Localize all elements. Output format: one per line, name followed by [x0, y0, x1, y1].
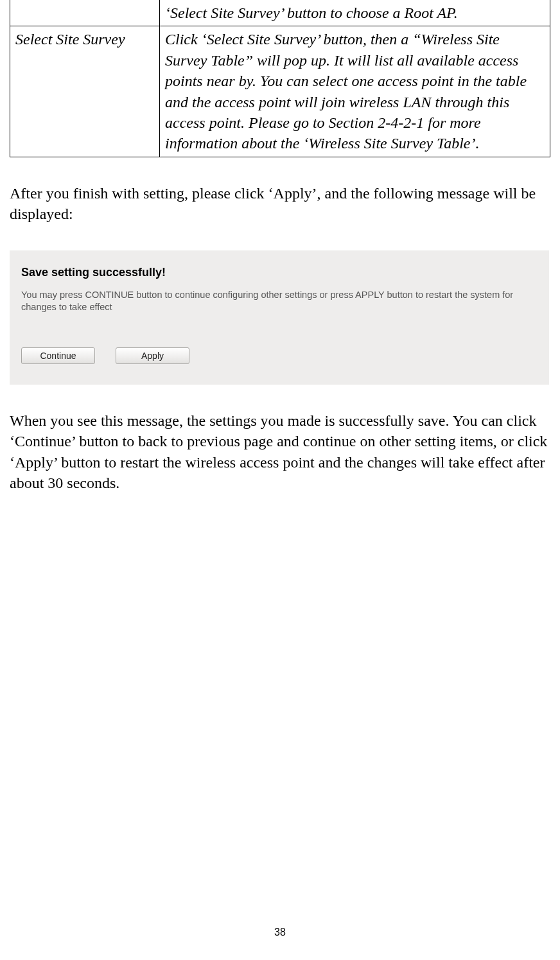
- table-row: ‘Select Site Survey’ button to choose a …: [10, 0, 550, 26]
- apply-button[interactable]: Apply: [116, 347, 189, 364]
- dialog-button-row: Continue Apply: [21, 347, 538, 364]
- body-paragraph: When you see this message, the settings …: [10, 410, 550, 494]
- table-cell-desc: ‘Select Site Survey’ button to choose a …: [160, 0, 550, 26]
- continue-button[interactable]: Continue: [21, 347, 95, 364]
- table-cell-desc: Click ‘Select Site Survey’ button, then …: [160, 26, 550, 157]
- dialog-description: You may press CONTINUE button to continu…: [21, 289, 538, 314]
- body-paragraph: After you finish with setting, please cl…: [10, 183, 550, 225]
- table-cell-label: Select Site Survey: [10, 26, 160, 157]
- table-row: Select Site Survey Click ‘Select Site Su…: [10, 26, 550, 157]
- save-dialog-screenshot: Save setting successfully! You may press…: [10, 250, 549, 385]
- table-cell-label: [10, 0, 160, 26]
- dialog-heading: Save setting successfully!: [21, 265, 538, 280]
- settings-table: ‘Select Site Survey’ button to choose a …: [10, 0, 550, 157]
- page-number: 38: [0, 925, 560, 939]
